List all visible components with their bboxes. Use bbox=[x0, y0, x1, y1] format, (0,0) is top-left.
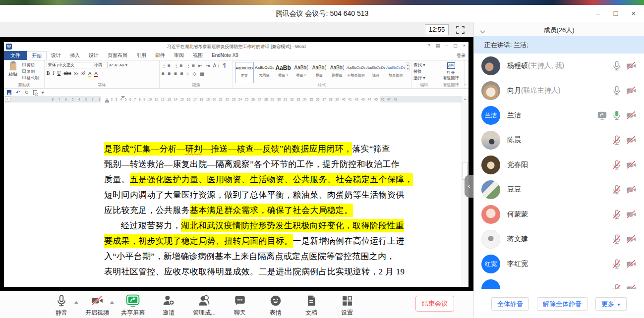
style-item[interactable]: AaBb(标题 bbox=[311, 62, 328, 83]
chat-button[interactable]: 聊天 bbox=[222, 294, 258, 317]
word-ribbon-options-icon[interactable]: ▤ bbox=[436, 43, 440, 48]
mute-button[interactable]: 静音 bbox=[44, 294, 79, 317]
select-button[interactable]: 选择 ▾ bbox=[413, 75, 435, 81]
mic-on-icon bbox=[611, 85, 622, 96]
member-row[interactable]: 兰洁 兰洁 bbox=[474, 103, 644, 128]
manage-members-button[interactable]: 管理成... bbox=[186, 294, 222, 317]
settings-grid-icon bbox=[329, 294, 365, 308]
member-row[interactable]: 杨程硕(主持人, 我) bbox=[474, 53, 644, 78]
style-item[interactable]: AaBb(标题 2 bbox=[293, 62, 309, 83]
style-item[interactable]: AaBbCcDd明显强调 bbox=[386, 62, 405, 83]
member-row[interactable]: 向月(联席主持人) bbox=[474, 78, 644, 103]
tab-mailings[interactable]: 邮件 bbox=[151, 51, 170, 60]
settings-button[interactable]: 设置 bbox=[329, 294, 365, 317]
underline-button[interactable]: U bbox=[58, 71, 61, 76]
tab-view[interactable]: 视图 bbox=[188, 51, 207, 60]
tab-design-2[interactable]: 设计 bbox=[84, 51, 103, 60]
undo-icon[interactable]: ↶ bbox=[16, 90, 20, 95]
camera-off-icon bbox=[626, 234, 637, 245]
start-video-button[interactable]: 开启视频 bbox=[79, 294, 115, 317]
mic-muted-icon bbox=[611, 234, 622, 245]
mic-muted-icon bbox=[611, 259, 622, 269]
member-row[interactable]: 豆豆 bbox=[474, 177, 644, 202]
member-row[interactable]: 蒋文建 bbox=[474, 227, 644, 252]
highlight-color-button[interactable]: A bbox=[88, 70, 91, 77]
more-button[interactable]: 更多▼ bbox=[595, 297, 627, 311]
print-preview-icon[interactable] bbox=[33, 90, 37, 95]
style-item[interactable]: AaBbCcDd强调 bbox=[366, 62, 385, 83]
invite-button[interactable]: 邀请 bbox=[151, 294, 186, 317]
tab-file[interactable]: 文件 bbox=[4, 51, 27, 60]
tab-design-1[interactable]: 设计 bbox=[47, 51, 65, 60]
panel-collapse-handle[interactable]: ‹ bbox=[465, 175, 473, 198]
tab-endnote[interactable]: EndNote X9 bbox=[207, 51, 243, 60]
end-meeting-button[interactable]: 结束会议 bbox=[415, 296, 454, 312]
scroll-up-icon[interactable]: ▴ bbox=[462, 96, 468, 102]
share-screen-button[interactable]: 共享屏幕 bbox=[115, 294, 151, 317]
styles-gallery-scroll[interactable]: ▴▾ bbox=[406, 62, 410, 71]
docs-button[interactable]: 文档 bbox=[293, 294, 329, 317]
tab-references[interactable]: 引用 bbox=[132, 51, 151, 60]
word-close-icon[interactable]: × bbox=[463, 43, 466, 48]
tab-insert[interactable]: 插入 bbox=[65, 51, 84, 60]
bold-button[interactable]: B bbox=[47, 71, 50, 76]
document-canvas[interactable]: 是形成“汇集—分析—研判—推送—核查—反馈”的数据应用闭环，落实“筛查 甄别—转… bbox=[4, 103, 468, 287]
horizontal-ruler[interactable]: 8 7 6 5 4 3 2 1 1 2 3 4 5 6 7 8 9 10 11 … bbox=[4, 96, 468, 103]
tab-page-layout[interactable]: 页面布局 bbox=[103, 51, 132, 60]
replace-button[interactable]: 替换 bbox=[413, 68, 435, 75]
member-row[interactable] bbox=[474, 276, 644, 289]
save-icon[interactable] bbox=[7, 90, 11, 95]
avatar bbox=[481, 81, 500, 100]
avatar bbox=[481, 156, 500, 174]
tab-home[interactable]: 开始 bbox=[27, 51, 47, 60]
style-item[interactable]: AaBbCcDd正文 bbox=[235, 62, 254, 83]
close-icon[interactable]: × bbox=[628, 7, 639, 19]
font-size-select[interactable]: 小四 bbox=[93, 62, 108, 68]
first-line-indent-marker[interactable] bbox=[121, 96, 125, 101]
member-row[interactable]: 陈晨 bbox=[474, 128, 644, 153]
font-color-button[interactable]: A bbox=[94, 70, 97, 77]
subscript-button[interactable]: x₂ bbox=[74, 70, 78, 76]
fullscreen-icon[interactable] bbox=[456, 26, 465, 34]
paste-button[interactable]: 粘贴 bbox=[6, 62, 20, 83]
video-options-arrow-icon[interactable] bbox=[110, 299, 114, 304]
find-button[interactable]: 查找 ▾ bbox=[413, 62, 435, 68]
font-group: 宋体 (中文正文 小四 A^ Aˇ Aa ▾ B I U abc x₂ x² A bbox=[45, 60, 160, 88]
style-item[interactable]: AaBbCcDd不明显强调 bbox=[347, 62, 365, 83]
word-ribbon: 粘贴 剪切 复制 格式刷 剪贴板 宋体 (中文正文 小 bbox=[4, 60, 468, 89]
paragraph-buttons-row1[interactable]: ⋮≡ ⋮≡ ⋮≡ ⇤ ⇥ A↓ ¶ bbox=[162, 62, 231, 70]
qat-dropdown-icon[interactable]: ▾ bbox=[42, 90, 44, 95]
copy-button[interactable]: 复制 bbox=[22, 68, 39, 75]
redo-icon[interactable]: ↻ bbox=[24, 90, 28, 95]
font-extra-buttons[interactable]: A^ Aˇ Aa ▾ bbox=[109, 63, 127, 67]
strikethrough-button[interactable]: abc bbox=[63, 70, 71, 76]
member-row[interactable]: 党春阳 bbox=[474, 153, 644, 177]
mic-options-arrow-icon[interactable] bbox=[74, 299, 78, 304]
mute-all-button[interactable]: 全体静音 bbox=[491, 297, 529, 311]
font-name-select[interactable]: 宋体 (中文正文 bbox=[47, 62, 91, 68]
meeting-timer: 12:55 bbox=[425, 24, 449, 35]
style-item[interactable]: AaBb标题 1 bbox=[275, 62, 292, 83]
style-item[interactable]: AaBbCcDd无间隔 bbox=[255, 62, 274, 83]
member-row[interactable]: 何蒙蒙 bbox=[474, 202, 644, 227]
minimize-icon[interactable]: – bbox=[592, 7, 603, 19]
word-restore-icon[interactable]: ▢ bbox=[453, 43, 458, 48]
left-indent-marker[interactable] bbox=[105, 97, 109, 103]
tab-review[interactable]: 审阅 bbox=[170, 51, 188, 60]
format-painter-button[interactable]: 格式刷 bbox=[22, 75, 39, 81]
word-minimize-icon[interactable]: – bbox=[445, 43, 448, 48]
tab-selector-box[interactable]: L bbox=[5, 96, 10, 102]
emoji-button[interactable]: 表情 bbox=[258, 294, 293, 317]
superscript-button[interactable]: x² bbox=[81, 70, 85, 76]
maximize-icon[interactable]: □ bbox=[610, 7, 621, 19]
unmute-all-button[interactable]: 解除全体静音 bbox=[537, 297, 587, 311]
member-row[interactable]: 红宽 李红宽 bbox=[474, 252, 644, 276]
ribbon-collapse-icon[interactable]: ^ bbox=[464, 83, 466, 87]
word-signin[interactable]: 登录 bbox=[457, 53, 466, 59]
desktop-wallpaper-strip bbox=[0, 0, 644, 5]
paragraph-buttons-row2[interactable]: ≡ ≡ ≡ ≡ ↕ ◇ ▦ bbox=[162, 70, 231, 78]
word-help-icon[interactable]: ? bbox=[428, 43, 430, 48]
cut-button[interactable]: 剪切 bbox=[22, 62, 39, 68]
italic-button[interactable]: I bbox=[53, 71, 54, 76]
style-item[interactable]: AaBb(副标题 bbox=[329, 62, 346, 83]
